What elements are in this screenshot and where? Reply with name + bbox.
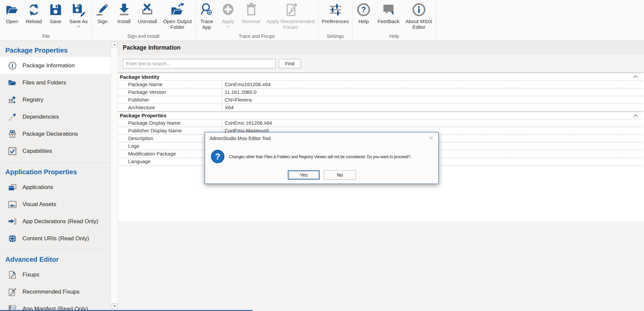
chevron-up-icon[interactable] (633, 114, 638, 117)
property-label: Package Display Name (118, 119, 222, 127)
save-button[interactable]: Save (45, 0, 66, 24)
trace-app-icon (199, 2, 214, 17)
search-input[interactable] (123, 59, 276, 68)
sidebar-item-recommended-fixups[interactable]: Recommended Fixups (0, 283, 111, 300)
sidebar-item-app-manifest-read-only[interactable]: App Manifest (Read Only) (0, 300, 111, 311)
triangle-up-icon (113, 44, 116, 45)
feedback-icon (381, 2, 396, 17)
ribbon-group-trace-and-fixups: TraceAppApplyRemoveApply RecommendedFixu… (196, 0, 318, 41)
ribbon-group-label: Help (353, 33, 435, 40)
property-value[interactable]: ConEmu161206.x64 (222, 81, 643, 88)
property-label: Package Version (118, 88, 222, 96)
apply-button: Apply (217, 0, 239, 27)
sidebar-nav: Package PropertiesPackage InformationFil… (0, 41, 111, 311)
apply-recommended-fixups-button: Apply RecommendedFixups (264, 0, 318, 30)
property-label: Package Name (118, 81, 222, 88)
about-msix-editor-button[interactable]: About MSIXEditor (402, 0, 435, 30)
sidebar-heading-advanced-editor: Advanced Editor (0, 250, 111, 266)
yes-button[interactable]: Yes (288, 170, 320, 180)
no-button[interactable]: No (324, 170, 356, 180)
table-row: Package NameConEmu161206.x64 (118, 81, 643, 88)
sidebar-item-dependencies[interactable]: Dependencies (0, 108, 111, 125)
reload-icon (26, 2, 42, 17)
dialog-message: Changes other than Files & Folders and R… (229, 154, 436, 159)
find-button[interactable]: Find (279, 59, 301, 68)
open-button[interactable]: Open (1, 0, 23, 24)
msix-editor-window: OpenReloadSaveSave AsFileSignInstallUnin… (0, 0, 644, 311)
apply-plus-icon (220, 2, 236, 17)
preferences-button[interactable]: Preferences (319, 0, 352, 24)
visual-assets-icon (8, 200, 17, 209)
sidebar-item-content-uris-read-only[interactable]: Content URIs (Read Only) (0, 230, 111, 247)
install-button[interactable]: Install (113, 0, 135, 24)
table-row: Package Display NameConEmu 161206.x64 (118, 119, 643, 127)
sidebar-heading-application-properties: Application Properties (0, 163, 111, 179)
save-as-icon (71, 2, 86, 17)
section-header-package-properties[interactable]: Package Properties (118, 112, 643, 119)
app-declarations-icon (8, 217, 17, 226)
triangle-down-icon (113, 305, 116, 307)
ribbon-group-label: Trace and Fixups (196, 33, 318, 40)
open-folder-icon (4, 2, 20, 17)
scroll-up-button[interactable] (112, 42, 117, 47)
dialog-title: AdminStudio Msix Editor Tool (210, 136, 271, 141)
files-and-folders-icon (8, 78, 17, 87)
help-button[interactable]: ?Help (353, 0, 374, 24)
uninstall-button[interactable]: Uninstall (135, 0, 160, 24)
sidebar-scrollbar[interactable] (111, 41, 118, 311)
open-output-folder-button[interactable]: Open OutputFolder (160, 0, 195, 30)
save-as-button[interactable]: Save As (66, 0, 91, 27)
ribbon-group-help: ?HelpFeedbackAbout MSIXEditorHelp (353, 0, 435, 41)
ribbon-group-label: Sign and Install (92, 33, 195, 40)
search-bar: Find (118, 55, 644, 73)
property-value[interactable]: CN=Flexera (222, 96, 643, 104)
package-information-icon (8, 61, 17, 70)
chevron-up-icon[interactable] (633, 75, 638, 78)
preferences-sliders-icon (328, 2, 343, 17)
remove-button: Remove (239, 0, 264, 24)
dependencies-icon (8, 113, 17, 121)
confirm-dialog: AdminStudio Msix Editor Tool ✕ ? Changes… (205, 132, 439, 184)
property-value[interactable]: ConEmu 161206.x64 (222, 119, 643, 127)
table-row: Package Version11.161.2060.0 (118, 88, 643, 96)
sidebar-item-capabilities[interactable]: Capabilities (0, 142, 111, 160)
property-value[interactable]: X64 (222, 104, 643, 111)
reload-button[interactable]: Reload (23, 0, 45, 24)
fixups-icon (8, 270, 17, 279)
sidebar-item-app-declarations-read-only[interactable]: App Declarations (Read Only) (0, 213, 111, 230)
uninstall-icon (140, 2, 155, 17)
page-title: Package Information (118, 41, 644, 55)
table-row: ArchitectureX64 (118, 104, 643, 112)
table-row: PublisherCN=Flexera (118, 96, 643, 104)
ribbon-group-settings: PreferencesSettings (319, 0, 352, 41)
sidebar-item-files-and-folders[interactable]: Files and Folders (0, 74, 111, 91)
section-header-package-identity[interactable]: Package Identity (118, 73, 643, 81)
sidebar-item-fixups[interactable]: Fixups (0, 266, 111, 283)
property-value[interactable]: 11.161.2060.0 (222, 88, 643, 96)
sidebar-item-visual-assets[interactable]: Visual Assets (0, 196, 111, 213)
sidebar-item-applications[interactable]: Applications (0, 179, 111, 196)
applications-icon (8, 183, 17, 192)
capabilities-icon (8, 147, 17, 156)
ribbon-group-label: File (1, 33, 91, 40)
save-icon (48, 2, 63, 17)
question-mark-icon: ? (211, 150, 224, 163)
recommended-fixups-icon (8, 288, 17, 296)
open-output-folder-icon (170, 2, 185, 17)
apply-recommended-fixups-icon (283, 2, 299, 17)
sign-button[interactable]: Sign (92, 0, 113, 24)
sidebar-heading-package-properties: Package Properties (0, 41, 111, 57)
content-empty-area (118, 221, 644, 311)
svg-text:?: ? (361, 5, 366, 14)
feedback-button[interactable]: Feedback (374, 0, 402, 24)
package-declarations-icon (8, 130, 17, 138)
property-label: Publisher (118, 96, 222, 104)
about-info-icon (411, 2, 427, 17)
trace-app-button[interactable]: TraceApp (196, 0, 217, 30)
sidebar-item-package-information[interactable]: Package Information (0, 57, 111, 74)
scroll-down-button[interactable] (112, 303, 117, 309)
sidebar-item-registry[interactable]: Registry (0, 91, 111, 108)
close-icon[interactable]: ✕ (429, 135, 434, 141)
ribbon-group-sign-and-install: SignInstallUninstallOpen OutputFolderSig… (92, 0, 195, 41)
sidebar-item-package-declarations[interactable]: Package Declarations (0, 125, 111, 142)
